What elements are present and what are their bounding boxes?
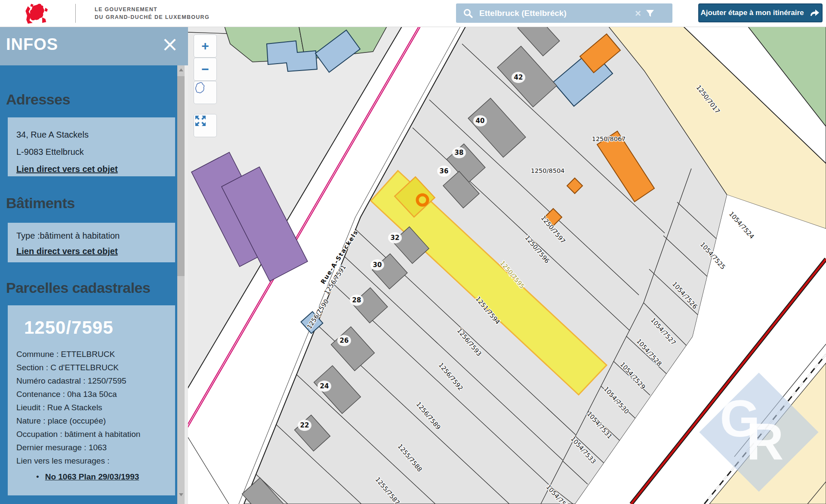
building-type: Type :bâtiment à habitation <box>16 228 166 243</box>
parcel-detail: Lien vers les mesurages : <box>16 454 166 467</box>
zoom-out-button[interactable]: − <box>194 58 217 81</box>
building-card: Type :bâtiment à habitation Lien direct … <box>8 223 175 262</box>
parcel-detail: Occupation : bâtiment à habitation <box>16 427 166 441</box>
parcel-number: 1250/7595 <box>24 317 166 338</box>
route-arrow-icon <box>810 9 820 17</box>
map-canvas[interactable]: G R 1250/7017 1250/8067 1250/8504 1250/7… <box>188 27 826 504</box>
house-number: 24 <box>320 382 329 390</box>
house-number: 42 <box>514 74 523 81</box>
parcel-label: 1250/8504 <box>531 167 565 174</box>
address-direct-link[interactable]: Lien direct vers cet objet <box>16 160 166 178</box>
measurement-plan-link[interactable]: No 1063 Plan 29/03/1993 <box>45 472 139 481</box>
measurement-list-item: •No 1063 Plan 29/03/1993 <box>36 470 166 483</box>
parcel-detail: Lieudit : Rue A Stackels <box>16 401 166 414</box>
luxembourg-outline-icon <box>194 81 207 94</box>
watermark-letter-r: R <box>746 413 784 470</box>
luxembourg-lion-logo <box>21 3 54 23</box>
route-button-label: Ajouter étape à mon itinéraire <box>701 9 804 17</box>
house-number: 38 <box>455 149 464 157</box>
house-number: 22 <box>300 421 309 429</box>
infos-panel-body: Adresses 34, Rue A Stackels L-9083 Ettel… <box>0 65 177 504</box>
house-number: 30 <box>373 261 382 269</box>
parcel-detail: Section : C d'ETTELBRUCK <box>16 361 166 374</box>
bullet: • <box>36 472 39 481</box>
luxembourg-extent-button[interactable] <box>194 81 217 104</box>
scroll-down-button[interactable] <box>179 493 183 496</box>
minus-icon: − <box>201 62 209 77</box>
add-route-step-button[interactable]: Ajouter étape à mon itinéraire <box>698 3 823 22</box>
building-direct-link[interactable]: Lien direct vers cet objet <box>16 243 166 259</box>
parcel-detail: Contenance : 0ha 13a 50ca <box>16 387 166 401</box>
plus-icon: + <box>201 39 209 53</box>
cadastral-map: G R 1250/7017 1250/8067 1250/8504 1250/7… <box>188 27 826 504</box>
government-logo-text: LE GOUVERNEMENT DU GRAND-DUCHÉ DE LUXEMB… <box>95 6 210 21</box>
search-box[interactable]: × <box>456 3 672 23</box>
infos-panel-header: INFOS × <box>0 27 188 65</box>
panel-scrollbar-thumb[interactable] <box>177 76 185 276</box>
address-card: 34, Rue A Stackels L-9083 Ettelbruck Lie… <box>8 117 175 176</box>
logo-divider <box>75 4 76 23</box>
house-number: 26 <box>340 337 349 344</box>
infos-panel: INFOS × Adresses 34, Rue A Stackels L-90… <box>0 27 188 504</box>
house-number: 28 <box>352 296 361 304</box>
house-number: 32 <box>391 234 400 242</box>
fullscreen-arrows-icon <box>194 114 207 127</box>
filter-icon[interactable] <box>645 9 655 18</box>
search-icon <box>463 8 473 18</box>
clear-search-icon[interactable]: × <box>635 7 641 19</box>
section-heading-batiments: Bâtiments <box>6 195 75 212</box>
fullscreen-button[interactable] <box>194 114 217 137</box>
house-number: 36 <box>440 167 449 175</box>
parcel-detail: Nature : place (occupée) <box>16 414 166 427</box>
scroll-up-button[interactable] <box>179 68 183 71</box>
section-heading-parcelles: Parcelles cadastrales <box>6 280 150 296</box>
parcel-detail: Commune : ETTELBRUCK <box>16 347 166 361</box>
address-line1: 34, Rue A Stackels <box>16 126 166 143</box>
parcel-label: 1250/8067 <box>592 135 626 142</box>
close-icon[interactable]: × <box>161 34 179 54</box>
logo-line2: DU GRAND-DUCHÉ DE LUXEMBOURG <box>95 14 210 20</box>
parcel-detail: Dernier mesurage : 1063 <box>16 441 166 454</box>
address-line2: L-9083 Ettelbruck <box>16 143 166 160</box>
panel-title: INFOS <box>6 35 58 54</box>
zoom-in-button[interactable]: + <box>194 34 217 58</box>
parcel-card: 1250/7595 Commune : ETTELBRUCK Section :… <box>8 305 175 495</box>
parcel-detail: Numéro cadastral : 1250/7595 <box>16 374 166 387</box>
top-bar: LE GOUVERNEMENT DU GRAND-DUCHÉ DE LUXEMB… <box>0 0 826 27</box>
house-number: 40 <box>476 117 485 125</box>
search-input[interactable] <box>478 8 635 18</box>
section-heading-adresses: Adresses <box>6 91 70 108</box>
logo-line1: LE GOUVERNEMENT <box>95 6 157 12</box>
